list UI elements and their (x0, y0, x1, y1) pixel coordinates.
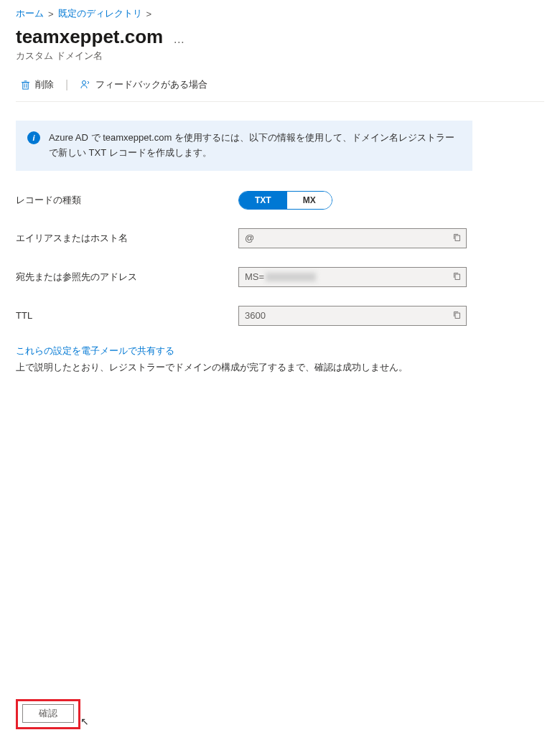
trash-icon (20, 80, 31, 90)
alias-field[interactable]: @ (238, 228, 467, 248)
page-subtitle: カスタム ドメイン名 (16, 50, 544, 62)
breadcrumb: ホーム > 既定のディレクトリ > (16, 7, 544, 20)
record-type-toggle: TXT MX (238, 191, 332, 210)
footer: 確認 ↖ (16, 699, 80, 729)
info-icon: i (27, 131, 40, 144)
svg-rect-7 (455, 274, 460, 279)
destination-label: 宛先または参照先のアドレス (16, 271, 238, 284)
cursor-icon: ↖ (80, 716, 89, 727)
breadcrumb-directory[interactable]: 既定のディレクトリ (58, 7, 142, 20)
svg-rect-6 (455, 235, 460, 240)
delete-label: 削除 (35, 78, 54, 91)
svg-rect-0 (23, 82, 29, 88)
ttl-field[interactable]: 3600 (238, 306, 467, 326)
redacted-value (266, 273, 316, 281)
share-email-link[interactable]: これらの設定を電子メールで共有する (16, 345, 174, 356)
ttl-row: TTL 3600 (16, 306, 544, 326)
page-title: teamxeppet.com (16, 26, 163, 48)
record-type-mx[interactable]: MX (287, 192, 332, 209)
ttl-value: 3600 (245, 310, 266, 321)
feedback-icon (80, 79, 91, 90)
verify-button[interactable]: 確認 (22, 704, 74, 723)
info-banner: i Azure AD で teamxeppet.com を使用するには、以下の情… (16, 121, 472, 171)
title-row: teamxeppet.com … (16, 26, 544, 48)
share-help-text: 上で説明したとおり、レジストラーでドメインの構成が完了するまで、確認は成功しませ… (16, 360, 544, 375)
copy-icon[interactable] (452, 271, 462, 283)
highlight-box: 確認 (16, 699, 80, 729)
info-text: Azure AD で teamxeppet.com を使用するには、以下の情報を… (49, 131, 461, 161)
delete-button[interactable]: 削除 (16, 75, 58, 94)
toolbar-separator: | (65, 78, 68, 91)
alias-value: @ (245, 233, 254, 243)
share-section: これらの設定を電子メールで共有する 上で説明したとおり、レジストラーでドメインの… (16, 345, 544, 375)
ttl-label: TTL (16, 310, 238, 321)
destination-row: 宛先または参照先のアドレス MS= (16, 267, 544, 287)
feedback-label: フィードバックがある場合 (95, 78, 207, 91)
record-type-txt[interactable]: TXT (239, 192, 287, 209)
svg-rect-8 (455, 313, 460, 318)
breadcrumb-home[interactable]: ホーム (16, 7, 44, 20)
toolbar: 削除 | フィードバックがある場合 (16, 75, 544, 102)
svg-point-5 (83, 81, 86, 85)
record-type-row: レコードの種類 TXT MX (16, 191, 544, 210)
copy-icon[interactable] (452, 233, 462, 244)
chevron-right-icon: > (146, 9, 152, 19)
record-type-label: レコードの種類 (16, 194, 238, 207)
more-actions-button[interactable]: … (173, 33, 186, 46)
alias-label: エイリアスまたはホスト名 (16, 232, 238, 245)
destination-value: MS= (245, 271, 264, 282)
destination-field[interactable]: MS= (238, 267, 467, 287)
chevron-right-icon: > (48, 9, 54, 19)
feedback-button[interactable]: フィードバックがある場合 (75, 75, 212, 94)
alias-row: エイリアスまたはホスト名 @ (16, 228, 544, 248)
copy-icon[interactable] (452, 310, 462, 322)
